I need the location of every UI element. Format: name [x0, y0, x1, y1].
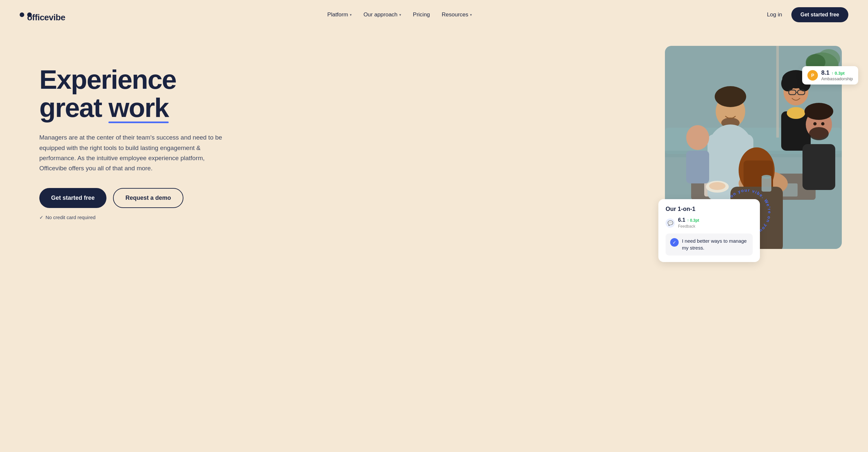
svg-point-43 [762, 175, 771, 179]
check-circle-icon: ✓ [670, 238, 679, 247]
svg-point-34 [686, 125, 709, 150]
logo-dot [20, 12, 24, 17]
nav-right: Log in Get started free [767, 7, 848, 22]
feedback-trend: ↑ 0.3pt [687, 218, 699, 223]
chevron-down-icon: ▾ [470, 13, 472, 17]
ambassadorship-badge: P 8.1 ↑ 0.3pt Ambassadorship [802, 66, 858, 85]
feedback-label: Feedback [678, 224, 695, 229]
feedback-metric-info: 6.1 ↑ 0.3pt Feedback [678, 217, 699, 229]
navbar: õfficevibe Platform ▾ Our approach ▾ Pri… [0, 0, 868, 29]
feedback-score: 6.1 [678, 217, 685, 223]
login-link[interactable]: Log in [767, 11, 782, 18]
hero-buttons: Get started free Request a demo [39, 188, 223, 208]
logo-text: õfficevibe [27, 12, 32, 17]
nav-item-platform[interactable]: Platform ▾ [327, 11, 351, 18]
hero-title-underline-word: work [108, 94, 168, 122]
nav-item-our-approach[interactable]: Our approach ▾ [364, 11, 401, 18]
metric-label: Ambassadorship [821, 76, 853, 81]
svg-rect-39 [776, 46, 779, 138]
metric-trend: ↑ 0.3pt [831, 71, 844, 76]
hero-get-started-button[interactable]: Get started free [39, 188, 106, 208]
svg-point-23 [787, 107, 805, 119]
hero-content: Experience great work Managers are at th… [39, 46, 223, 220]
nav-get-started-button[interactable]: Get started free [792, 7, 848, 22]
svg-point-25 [804, 103, 833, 120]
nav-item-resources[interactable]: Resources ▾ [442, 11, 472, 18]
svg-point-11 [723, 87, 738, 101]
feedback-metric-row: 💬 6.1 ↑ 0.3pt Feedback [665, 217, 753, 229]
no-credit-card-note: ✓ No credit card required [39, 214, 223, 220]
svg-point-26 [809, 127, 829, 140]
feedback-icon: 💬 [665, 218, 675, 228]
hero-section: Experience great work Managers are at th… [0, 29, 868, 285]
nav-link-our-approach[interactable]: Our approach ▾ [364, 11, 401, 18]
nav-links: Platform ▾ Our approach ▾ Pricing Resour… [327, 11, 472, 18]
svg-rect-35 [686, 151, 709, 183]
svg-rect-27 [803, 144, 835, 190]
hero-image-area: P 8.1 ↑ 0.3pt Ambassadorship We're on yo… [665, 46, 848, 255]
nav-link-pricing[interactable]: Pricing [413, 11, 430, 18]
chevron-down-icon: ▾ [399, 13, 401, 17]
feedback-item: ✓ I need better ways to manage my stress… [665, 234, 753, 256]
svg-point-28 [813, 122, 816, 125]
nav-item-pricing[interactable]: Pricing [413, 11, 430, 18]
feedback-message: I need better ways to manage my stress. [682, 238, 748, 252]
one-on-one-panel: Our 1-on-1 💬 6.1 ↑ 0.3pt Feedback ✓ I [658, 199, 760, 262]
metric-icon: P [807, 70, 818, 81]
hero-description: Managers are at the center of their team… [39, 132, 223, 173]
nav-link-resources[interactable]: Resources ▾ [442, 11, 472, 18]
check-icon: ✓ [39, 214, 43, 220]
hero-title: Experience great work [39, 65, 223, 122]
chevron-down-icon: ▾ [350, 13, 352, 17]
hero-request-demo-button[interactable]: Request a demo [113, 188, 183, 208]
metric-score: 8.1 [821, 69, 829, 76]
svg-point-29 [821, 122, 825, 125]
logo[interactable]: õfficevibe [20, 10, 32, 20]
svg-point-17 [781, 76, 794, 91]
panel-title: Our 1-on-1 [665, 206, 753, 213]
nav-link-platform[interactable]: Platform ▾ [327, 11, 351, 18]
metric-info: 8.1 ↑ 0.3pt Ambassadorship [821, 69, 853, 81]
